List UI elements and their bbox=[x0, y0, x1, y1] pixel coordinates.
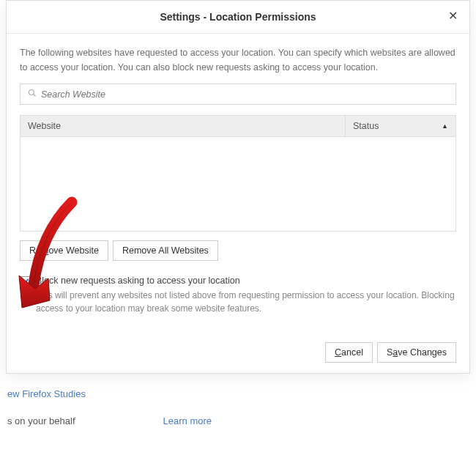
remove-website-button[interactable]: Remove Website bbox=[20, 240, 108, 261]
block-requests-help: This will prevent any websites not liste… bbox=[36, 289, 456, 315]
background-link-studies[interactable]: ew Firefox Studies bbox=[7, 388, 476, 399]
search-input[interactable] bbox=[41, 89, 448, 100]
block-requests-label: Block new requests asking to access your… bbox=[36, 275, 456, 286]
column-status[interactable]: Status ▲ bbox=[346, 116, 455, 136]
remove-all-websites-button[interactable]: Remove All Websites bbox=[113, 240, 218, 261]
location-permissions-modal: Settings - Location Permissions ✕ The fo… bbox=[6, 0, 470, 374]
table-header: Website Status ▲ bbox=[20, 115, 456, 136]
modal-body: The following websites have requested to… bbox=[7, 34, 469, 333]
svg-line-1 bbox=[34, 95, 36, 97]
modal-title: Settings - Location Permissions bbox=[160, 11, 316, 23]
cancel-button[interactable]: Cancel bbox=[325, 342, 373, 363]
close-icon: ✕ bbox=[448, 10, 458, 22]
sort-arrow-icon: ▲ bbox=[442, 122, 448, 130]
websites-table-body bbox=[20, 136, 456, 232]
search-website-field[interactable] bbox=[20, 84, 456, 105]
block-requests-section: Block new requests asking to access your… bbox=[20, 275, 456, 315]
remove-buttons-row: Remove Website Remove All Websites bbox=[20, 240, 456, 261]
close-button[interactable]: ✕ bbox=[446, 10, 459, 23]
modal-header: Settings - Location Permissions ✕ bbox=[7, 1, 469, 34]
modal-description: The following websites have requested to… bbox=[20, 45, 456, 75]
block-requests-checkbox[interactable] bbox=[20, 276, 30, 286]
background-link-learn-more[interactable]: Learn more bbox=[163, 415, 212, 426]
search-icon bbox=[28, 89, 37, 100]
background-page-content: ew Firefox Studies s on your behalf Lear… bbox=[0, 374, 476, 426]
background-text: s on your behalf bbox=[7, 415, 75, 426]
save-changes-button[interactable]: Save Changes bbox=[377, 342, 456, 363]
column-status-label: Status bbox=[353, 121, 379, 131]
checkmark-icon bbox=[21, 278, 29, 286]
svg-point-0 bbox=[29, 90, 34, 95]
column-website[interactable]: Website bbox=[21, 116, 346, 136]
modal-footer: Cancel Save Changes bbox=[7, 333, 469, 373]
